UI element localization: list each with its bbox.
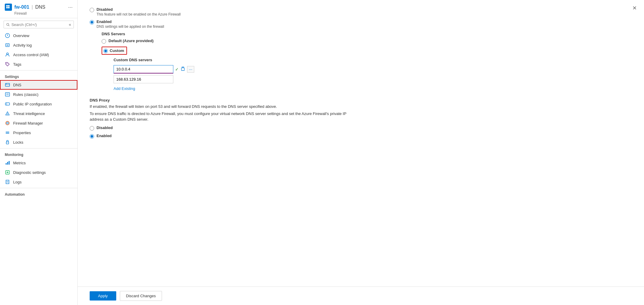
sidebar-item-dns[interactable]: DNS [0, 80, 77, 90]
discard-button[interactable]: Discard Changes [120, 291, 162, 301]
disabled-desc: This feature will not be enabled on the … [97, 12, 181, 16]
resource-name: fw-001 [14, 4, 29, 10]
dns-enabled-radio[interactable] [90, 20, 94, 24]
svg-point-16 [6, 84, 7, 84]
dns-server-row-1: ✓ ··· [114, 65, 632, 73]
more-options-icon[interactable]: ··· [68, 4, 73, 10]
locks-icon [5, 140, 10, 145]
more-icon-1[interactable]: ··· [187, 66, 194, 73]
search-box[interactable]: « [4, 21, 74, 28]
dns-input-1[interactable] [114, 65, 173, 73]
sidebar-item-firewall-manager[interactable]: Firewall Manager [0, 118, 77, 128]
svg-rect-26 [6, 132, 9, 132]
firewall-manager-icon [5, 120, 10, 126]
main-panel: ✕ Disabled This feature will not be enab… [78, 0, 644, 305]
svg-point-23 [7, 114, 8, 115]
logs-icon [5, 179, 10, 185]
sidebar-item-tags[interactable]: Tags [0, 59, 77, 69]
sidebar-label-metrics: Metrics [13, 161, 26, 165]
public-ip-icon [5, 101, 10, 107]
diagnostic-icon [5, 170, 10, 175]
disabled-label: Disabled [97, 7, 181, 12]
proxy-disabled-radio[interactable] [90, 126, 94, 131]
sidebar-item-diagnostic[interactable]: Diagnostic settings [0, 168, 77, 177]
dns-input-2[interactable] [114, 75, 173, 83]
sidebar-item-access-control[interactable]: Access control (IAM) [0, 50, 77, 59]
sidebar: fw-001 | DNS ··· Firewall « Overview Act… [0, 0, 78, 305]
default-label: Default (Azure provided) [108, 39, 154, 43]
add-existing-link[interactable]: Add Existing [114, 86, 135, 91]
tags-icon [5, 62, 10, 67]
dns-proxy-desc1: If enabled, the firewall will listen on … [90, 104, 359, 110]
custom-dns-servers-section: Custom DNS servers ✓ ··· Add Existing [114, 58, 632, 91]
pipe-separator: | [32, 4, 33, 10]
divider-monitoring [0, 148, 77, 148]
section-monitoring-label: Monitoring [0, 150, 77, 158]
svg-rect-1 [8, 5, 10, 7]
dns-custom-radio[interactable] [103, 49, 108, 53]
sidebar-label-rules: Rules (classic) [13, 92, 39, 97]
sidebar-item-locks[interactable]: Locks [0, 137, 77, 147]
custom-label: Custom [110, 48, 124, 53]
apply-button[interactable]: Apply [90, 291, 116, 301]
divider-settings [0, 70, 77, 70]
sidebar-nav: Overview Activity log Access control (IA… [0, 31, 77, 305]
sidebar-item-overview[interactable]: Overview [0, 31, 77, 40]
custom-radio-box: Custom [102, 47, 127, 55]
dns-servers-label: DNS Servers [102, 32, 632, 36]
svg-point-13 [7, 63, 7, 64]
sidebar-item-properties[interactable]: Properties [0, 128, 77, 137]
proxy-disabled-option: Disabled [90, 125, 632, 131]
radio-option-disabled: Disabled This feature will not be enable… [90, 7, 632, 16]
sidebar-label-public-ip: Public IP configuration [13, 102, 52, 106]
search-input[interactable] [11, 22, 67, 27]
sidebar-item-logs[interactable]: Logs [0, 177, 77, 187]
dns-default-radio[interactable] [102, 39, 106, 44]
collapse-icon[interactable]: « [69, 22, 71, 27]
iam-icon [5, 52, 10, 57]
svg-rect-3 [8, 7, 10, 8]
radio-option-custom: Custom [102, 47, 632, 55]
svg-rect-9 [6, 44, 9, 47]
dns-proxy-title: DNS Proxy [90, 98, 632, 102]
overview-icon [5, 33, 10, 38]
dns-disabled-radio[interactable] [90, 8, 94, 12]
sidebar-title-row: fw-001 | DNS ··· [5, 4, 73, 11]
sidebar-item-public-ip[interactable]: Public IP configuration [0, 99, 77, 109]
rules-icon [5, 92, 10, 97]
sidebar-item-metrics[interactable]: Metrics [0, 158, 77, 168]
threat-icon [5, 111, 10, 116]
radio-option-default: Default (Azure provided) [102, 39, 632, 44]
sidebar-item-threat-intelligence[interactable]: Threat intelligence [0, 109, 77, 118]
metrics-icon [5, 160, 10, 165]
check-icon: ✓ [175, 67, 179, 72]
sidebar-label-properties: Properties [13, 131, 31, 135]
proxy-enabled-radio[interactable] [90, 134, 94, 139]
svg-rect-28 [6, 142, 9, 144]
sidebar-header: fw-001 | DNS ··· Firewall [0, 0, 77, 18]
svg-rect-27 [6, 133, 9, 134]
svg-rect-37 [181, 68, 184, 70]
sidebar-label-firewall-manager: Firewall Manager [13, 121, 43, 125]
resource-subtitle: Firewall [14, 11, 73, 16]
search-icon [6, 23, 10, 27]
sidebar-label-iam: Access control (IAM) [13, 53, 49, 57]
dns-proxy-section: DNS Proxy If enabled, the firewall will … [90, 98, 632, 139]
sidebar-item-activity-log[interactable]: Activity log [0, 40, 77, 50]
delete-icon-1[interactable] [180, 66, 185, 72]
sidebar-item-rules-classic[interactable]: Rules (classic) [0, 90, 77, 99]
sidebar-label-threat: Threat intelligence [13, 111, 45, 116]
properties-icon [5, 130, 10, 135]
svg-rect-20 [5, 103, 10, 105]
enabled-label: Enabled [97, 19, 164, 24]
sidebar-label-activity-log: Activity log [13, 43, 32, 47]
section-automation-label: Automation [0, 189, 77, 198]
dns-icon [5, 82, 10, 88]
svg-rect-0 [6, 5, 8, 7]
dns-enabled-section: Disabled This feature will not be enable… [90, 7, 632, 91]
sidebar-label-tags: Tags [13, 62, 21, 67]
svg-rect-30 [7, 162, 8, 165]
svg-rect-29 [6, 163, 7, 165]
custom-dns-label: Custom DNS servers [114, 58, 632, 62]
svg-rect-2 [6, 7, 8, 8]
